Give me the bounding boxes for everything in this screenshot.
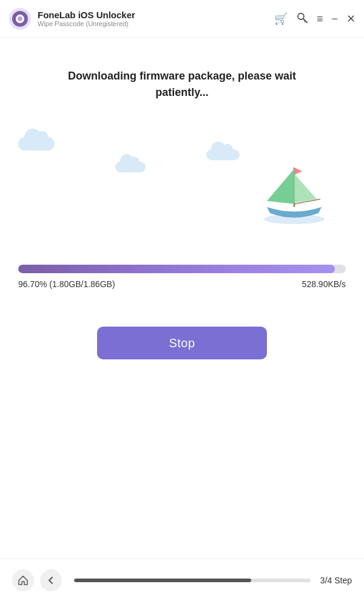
- lock-icon[interactable]: [296, 12, 308, 25]
- title-bar: FoneLab iOS Unlocker Wipe Passcode (Unre…: [0, 0, 364, 38]
- progress-right-stat: 528.90KB/s: [302, 279, 346, 289]
- cloud-3-icon: [206, 149, 240, 160]
- progress-bar-track: [18, 265, 346, 273]
- cloud-2-icon: [115, 161, 146, 172]
- back-icon: [47, 576, 55, 585]
- scene-area: [18, 125, 346, 246]
- menu-icon[interactable]: ≡: [317, 13, 323, 24]
- step-progress-track: [74, 579, 311, 582]
- home-button[interactable]: [12, 569, 34, 591]
- title-text-block: FoneLab iOS Unlocker Wipe Passcode (Unre…: [38, 10, 135, 27]
- progress-bar-fill: [18, 265, 335, 273]
- svg-point-3: [18, 16, 22, 21]
- app-subtitle: Wipe Passcode (Unregistered): [38, 20, 135, 27]
- progress-stats: 96.70% (1.80GB/1.86GB) 528.90KB/s: [18, 279, 346, 289]
- stop-button[interactable]: Stop: [97, 327, 267, 359]
- app-logo-icon: [8, 7, 32, 30]
- app-title: FoneLab iOS Unlocker: [38, 10, 135, 20]
- cart-icon[interactable]: 🛒: [274, 13, 288, 24]
- step-progress-fill: [74, 579, 251, 582]
- back-button[interactable]: [40, 569, 62, 591]
- title-left: FoneLab iOS Unlocker Wipe Passcode (Unre…: [8, 7, 135, 30]
- svg-marker-10: [294, 168, 302, 175]
- status-message: Downloading firmware package, please wai…: [68, 68, 296, 101]
- step-label: 3/4 Step: [320, 576, 352, 585]
- progress-section: 96.70% (1.80GB/1.86GB) 528.90KB/s: [18, 265, 346, 289]
- close-icon[interactable]: ✕: [346, 13, 356, 24]
- main-content: Downloading firmware package, please wai…: [0, 38, 364, 359]
- title-controls: 🛒 ≡ − ✕: [274, 12, 356, 25]
- bottom-bar: 3/4 Step: [0, 559, 364, 601]
- minimize-icon[interactable]: −: [331, 13, 338, 24]
- progress-left-stat: 96.70% (1.80GB/1.86GB): [18, 279, 115, 289]
- home-icon: [18, 575, 29, 586]
- cloud-1-icon: [18, 137, 55, 151]
- sailboat-icon: [261, 155, 328, 228]
